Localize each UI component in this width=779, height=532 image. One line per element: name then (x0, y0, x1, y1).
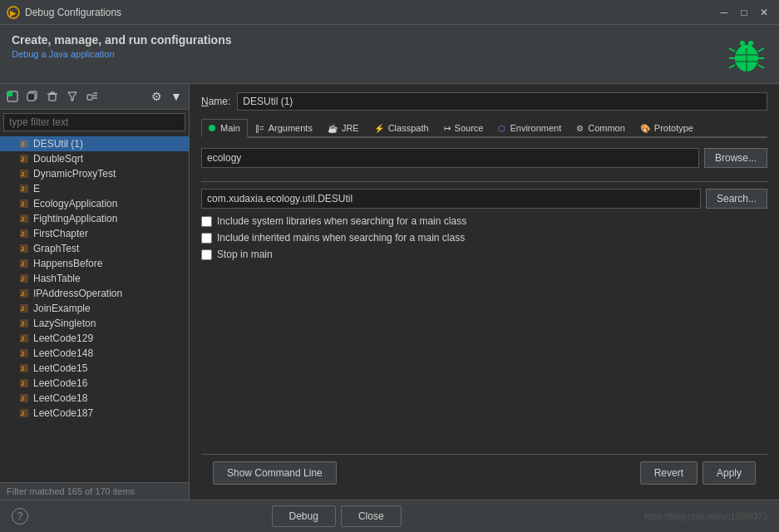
tree-item-leetcode16[interactable]: J LeetCode16 (0, 376, 189, 391)
tree-item-leetcode15[interactable]: J LeetCode15 (0, 361, 189, 376)
tree-item-happensbefore[interactable]: J HappensBefore (0, 256, 189, 271)
tree-item-label: LeetCode16 (33, 377, 87, 389)
tree-item-label: DESUtil (1) (33, 138, 83, 150)
tabs: Main ‖= Arguments ☕ JRE ⚡ Classpath ↦ So… (201, 119, 767, 138)
tree-item-label: JoinExample (33, 303, 91, 314)
tab-common[interactable]: ⚙ Common (569, 119, 633, 136)
tab-jre[interactable]: ☕ JRE (320, 119, 367, 136)
svg-rect-18 (27, 93, 35, 101)
tree-item-hashtable[interactable]: J HashTable (0, 271, 189, 286)
include-system-libs-label: Include system libraries when searching … (217, 215, 466, 227)
svg-text:J: J (21, 411, 24, 416)
tree-item-leetcode187[interactable]: J LeetCode187 (0, 406, 189, 421)
browse-button[interactable]: Browse... (704, 148, 767, 168)
jre-icon: ☕ (328, 124, 338, 133)
filter-status: Filter matched 165 of 170 items (0, 482, 189, 500)
tab-prototype-label: Prototype (654, 123, 693, 133)
name-input[interactable] (237, 92, 767, 111)
close-button[interactable]: ✕ (756, 4, 772, 21)
tab-jre-label: JRE (342, 123, 359, 133)
svg-line-11 (758, 65, 764, 68)
java-class-icon: J (18, 138, 30, 150)
project-input[interactable] (201, 148, 699, 168)
bug-icon (726, 33, 767, 75)
include-system-libs-checkbox[interactable] (201, 216, 212, 227)
search-button[interactable]: Search... (706, 189, 767, 209)
show-command-line-button[interactable]: Show Command Line (213, 461, 337, 485)
tree-item-leetcode129[interactable]: J LeetCode129 (0, 331, 189, 346)
tree-item-leetcode18[interactable]: J LeetCode18 (0, 391, 189, 406)
minimize-button[interactable]: ─ (716, 4, 732, 21)
tab-main-label: Main (220, 123, 240, 133)
tab-main[interactable]: Main (201, 119, 248, 138)
java-class-icon: J (18, 183, 30, 195)
tree-item-dynamicproxytest[interactable]: J DynamicProxyTest (0, 166, 189, 181)
svg-text:J: J (21, 291, 24, 297)
title-bar: ▶ Debug Configurations ─ □ ✕ (0, 0, 779, 25)
tree-item-leetcode148[interactable]: J LeetCode148 (0, 346, 189, 361)
debug-button[interactable]: Debug (272, 505, 336, 527)
dialog-body: ⚙ ▼ J DESUtil (1) J DoubleSqrt J Dynamic… (0, 84, 779, 500)
maximize-button[interactable]: □ (736, 4, 752, 21)
svg-rect-25 (87, 95, 92, 100)
tab-prototype[interactable]: 🎨 Prototype (633, 119, 701, 136)
proto-icon: 🎨 (640, 124, 650, 133)
delete-button[interactable] (43, 87, 62, 106)
revert-button[interactable]: Revert (640, 461, 698, 485)
svg-text:▶: ▶ (10, 9, 17, 17)
include-inherited-label: Include inherited mains when searching f… (217, 232, 465, 244)
java-class-icon: J (18, 362, 30, 374)
apply-button[interactable]: Apply (703, 461, 756, 485)
filter-button[interactable] (63, 87, 81, 106)
left-panel: ⚙ ▼ J DESUtil (1) J DoubleSqrt J Dynamic… (0, 84, 190, 500)
close-button-footer[interactable]: Close (341, 505, 402, 527)
svg-text:J: J (21, 306, 24, 312)
main-class-input[interactable] (201, 189, 701, 209)
tree-item-graphtest[interactable]: J GraphTest (0, 241, 189, 256)
tree-item-label: GraphTest (33, 243, 79, 254)
svg-point-4 (740, 41, 745, 46)
tree-item-fightingapp[interactable]: J FightingApplication (0, 211, 189, 226)
java-class-icon: J (18, 347, 30, 359)
tree-item-label: EcologyApplication (33, 198, 117, 209)
debug-java-link[interactable]: Debug a Java application (12, 49, 115, 59)
right-panel: Name: Main ‖= Arguments ☕ JRE (190, 84, 779, 500)
tree-item-doublesqrt[interactable]: J DoubleSqrt (0, 151, 189, 166)
include-inherited-checkbox[interactable] (201, 233, 212, 244)
settings-button[interactable]: ⚙ (147, 87, 165, 106)
svg-text:J: J (21, 186, 24, 192)
dialog-title: Create, manage, and run configurations (12, 33, 232, 47)
tab-source[interactable]: ↦ Source (436, 119, 491, 136)
svg-text:J: J (21, 231, 24, 237)
tab-classpath[interactable]: ⚡ Classpath (367, 119, 436, 136)
more-button[interactable]: ▼ (167, 87, 185, 106)
tree-item-joinexample[interactable]: J JoinExample (0, 301, 189, 316)
tree-item-ecologyapp[interactable]: J EcologyApplication (0, 196, 189, 211)
svg-text:J: J (21, 366, 24, 372)
header-text: Create, manage, and run configurations D… (12, 33, 232, 60)
bottom-actions: Show Command Line Revert Apply (201, 454, 767, 491)
tab-environment[interactable]: ⬡ Environment (491, 119, 569, 136)
tree-item-ipaddress[interactable]: J IPAddressOperation (0, 286, 189, 301)
stop-in-main-checkbox[interactable] (201, 249, 212, 260)
duplicate-button[interactable] (23, 87, 42, 106)
help-button[interactable]: ? (12, 508, 28, 525)
source-icon: ↦ (444, 124, 451, 133)
main-class-row: Search... (201, 189, 767, 209)
collapse-button[interactable] (83, 87, 101, 106)
filter-input[interactable] (3, 113, 185, 131)
tree-item-e[interactable]: J E (0, 181, 189, 196)
svg-rect-19 (49, 94, 56, 101)
java-class-icon: J (18, 407, 30, 419)
tree-item-label: LeetCode187 (33, 407, 93, 419)
checkbox-row-3: Stop in main (201, 249, 767, 260)
tree-container: J DESUtil (1) J DoubleSqrt J DynamicProx… (0, 135, 189, 482)
new-config-button[interactable] (3, 87, 22, 106)
app-icon: ▶ (7, 6, 20, 19)
tree-item-lazysingleton[interactable]: J LazySingleton (0, 316, 189, 331)
bottom-left: Show Command Line (213, 461, 337, 485)
tree-item-desutil1[interactable]: J DESUtil (1) (0, 136, 189, 151)
tab-arguments[interactable]: ‖= Arguments (248, 119, 320, 136)
tree-item-firstchapter[interactable]: J FirstChapter (0, 226, 189, 241)
dialog: Create, manage, and run configurations D… (0, 25, 779, 532)
